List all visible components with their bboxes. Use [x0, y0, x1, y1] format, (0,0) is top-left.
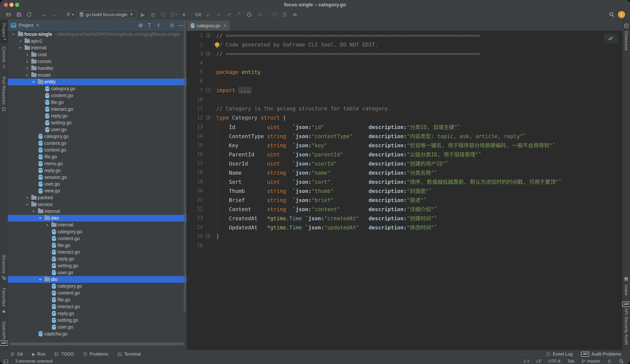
- stripe-button-pull-requests[interactable]: Pull Requests: [0, 73, 8, 116]
- tree-row-setting.go[interactable]: setting.go: [8, 119, 186, 126]
- stripe-button-favorites[interactable]: Favorites★: [0, 284, 8, 318]
- debug-button[interactable]: [149, 11, 157, 18]
- stop-button[interactable]: ■: [180, 11, 188, 18]
- tree-row-model[interactable]: model: [8, 72, 186, 79]
- code-line-14[interactable]: 14 ContentType string `json:"contentType…: [187, 131, 622, 140]
- tree-row-user.go[interactable]: user.go: [8, 324, 186, 331]
- gear-icon[interactable]: [169, 23, 174, 28]
- tree-vertical-scrollbar[interactable]: [184, 20, 186, 312]
- run-button[interactable]: ▶: [139, 11, 147, 18]
- line-ending[interactable]: LF: [536, 359, 542, 364]
- chevron-down-icon[interactable]: [24, 75, 30, 76]
- stripe-button-openapi[interactable]: OpenAPI/API: [0, 318, 8, 348]
- tool-window-button-audit-problems[interactable]: /APIAudit Problems: [581, 352, 621, 357]
- fold-marker-icon[interactable]: +: [206, 88, 210, 92]
- tree-row-reply.go[interactable]: reply.go: [8, 113, 186, 120]
- tree-row-cmd[interactable]: cmd: [8, 51, 186, 58]
- code-line-19[interactable]: 19 Sort uint `json:"sort" description:"排…: [187, 177, 622, 186]
- tree-row-file.go[interactable]: file.go: [8, 153, 186, 160]
- search-everywhere-icon[interactable]: [608, 11, 616, 18]
- tree-row-entity[interactable]: entity: [8, 79, 186, 85]
- tree-row-captcha.go[interactable]: captcha.go: [8, 331, 186, 337]
- tree-row-internal[interactable]: internal: [8, 208, 186, 215]
- chevron-down-icon[interactable]: [24, 204, 30, 205]
- back-icon[interactable]: ←: [40, 11, 48, 18]
- cloud-icon[interactable]: [291, 11, 299, 18]
- stripe-button-make[interactable]: Mmake: [622, 272, 630, 299]
- stripe-button-database[interactable]: Database: [622, 20, 630, 54]
- rollback-icon[interactable]: ↺: [256, 11, 263, 18]
- tree-row-interact.go[interactable]: interact.go: [8, 249, 186, 256]
- fold-marker-icon[interactable]: ∨: [206, 115, 210, 120]
- code-line-4[interactable]: 4: [187, 58, 622, 67]
- tree-row-dao[interactable]: dao: [8, 215, 186, 222]
- collapse-all-icon[interactable]: [156, 23, 161, 28]
- expand-all-icon[interactable]: [147, 23, 152, 28]
- caret-position[interactable]: 1:1: [524, 359, 530, 364]
- tool-window-button-terminal[interactable]: Terminal: [118, 352, 140, 357]
- chevron-down-icon[interactable]: [30, 81, 37, 82]
- tree-row-file.go[interactable]: file.go: [8, 99, 186, 106]
- code-line-5[interactable]: 5package entity: [187, 67, 622, 77]
- git-push-icon[interactable]: ↗: [225, 11, 233, 18]
- tree-row-user.go[interactable]: user.go: [8, 126, 186, 133]
- tool-window-quick-access-icon[interactable]: [4, 360, 8, 363]
- tree-row-interact.go[interactable]: interact.go: [8, 303, 186, 310]
- tree-row-consts[interactable]: consts: [8, 58, 186, 65]
- code-line-11[interactable]: 11// Category is the golang structure fo…: [187, 104, 622, 113]
- tree-row-reply.go[interactable]: reply.go: [8, 310, 186, 317]
- file-encoding[interactable]: UTF-8: [548, 359, 560, 364]
- tree-row-menu.go[interactable]: menu.go: [8, 160, 186, 167]
- code-line-1[interactable]: 1∨// ===================================…: [187, 31, 622, 40]
- inspections-settings-icon[interactable]: [619, 359, 624, 364]
- code-line-18[interactable]: 18 Name string `json:"name" description:…: [187, 168, 622, 177]
- update-notification-icon[interactable]: ↑: [618, 11, 625, 18]
- tree-row-setting.go[interactable]: setting.go: [8, 262, 186, 269]
- history-icon[interactable]: [246, 11, 253, 18]
- tree-row-category.go[interactable]: category.go: [8, 228, 186, 235]
- forward-icon[interactable]: →: [50, 11, 58, 18]
- coverage-button[interactable]: [160, 11, 167, 18]
- code-line-23[interactable]: 23 CreatedAt *gtime.Time `json:"createdA…: [187, 213, 622, 222]
- unlock-icon[interactable]: [607, 359, 612, 364]
- tree-row-category.go[interactable]: category.go: [8, 133, 186, 140]
- close-tab-icon[interactable]: ×: [224, 23, 226, 28]
- code-line-20[interactable]: 20 Thumb string `json:"thumb" descriptio…: [187, 186, 622, 195]
- project-panel-title[interactable]: Project: [19, 23, 34, 28]
- chevron-right-icon[interactable]: [17, 40, 24, 42]
- code-line-16[interactable]: 16 ParentId uint `json:"parentId" descri…: [187, 150, 622, 159]
- fold-marker-icon[interactable]: ∧: [206, 51, 210, 56]
- stripe-button-api-security-audit[interactable]: /APIAPI Security Audit: [622, 299, 630, 348]
- tree-row-content.go[interactable]: content.go: [8, 92, 186, 99]
- code-line-2[interactable]: 2// Code generated by GoFrame CLI tool. …: [187, 40, 622, 49]
- tool-window-button-todo[interactable]: TODO: [54, 352, 74, 357]
- run-configuration-select[interactable]: go build focus-single ▼: [76, 10, 136, 19]
- search-history-icon[interactable]: [281, 11, 289, 18]
- chevron-right-icon[interactable]: [24, 61, 30, 62]
- chevron-down-icon[interactable]: [30, 211, 37, 212]
- tree-horizontal-scrollbar[interactable]: [10, 343, 184, 345]
- intention-bulb-icon[interactable]: [215, 42, 220, 47]
- fold-marker-icon[interactable]: ∨: [206, 33, 210, 38]
- indent-style[interactable]: Tab: [568, 359, 574, 364]
- chevron-right-icon[interactable]: [24, 54, 30, 56]
- tree-row-setting.go[interactable]: setting.go: [8, 317, 186, 324]
- tree-row-category.go[interactable]: category.go: [8, 283, 186, 290]
- tool-window-button-event-log[interactable]: Event Log: [546, 352, 573, 357]
- user-profile-icon[interactable]: ▾: [66, 11, 74, 18]
- tree-row-interact.go[interactable]: interact.go: [8, 106, 186, 113]
- code-editor[interactable]: 1∨// ===================================…: [187, 31, 622, 350]
- tree-row-content.go[interactable]: content.go: [8, 235, 186, 242]
- tree-row-user.go[interactable]: user.go: [8, 269, 186, 276]
- tool-window-button-problems[interactable]: Problems: [83, 352, 108, 357]
- tree-row-reply.go[interactable]: reply.go: [8, 256, 186, 262]
- tree-row-category.go[interactable]: category.go: [8, 85, 186, 92]
- chevron-right-icon[interactable]: [24, 67, 30, 69]
- tree-row-file.go[interactable]: file.go: [8, 242, 186, 249]
- tree-row-internal[interactable]: internal: [8, 221, 186, 228]
- tree-row-internal[interactable]: internal: [8, 45, 186, 51]
- tree-row-dto[interactable]: dto: [8, 276, 186, 283]
- code-line-3[interactable]: 3∧// ===================================…: [187, 49, 622, 58]
- tree-row-session.go[interactable]: session.go: [8, 174, 186, 181]
- code-line-10[interactable]: 10: [187, 95, 622, 104]
